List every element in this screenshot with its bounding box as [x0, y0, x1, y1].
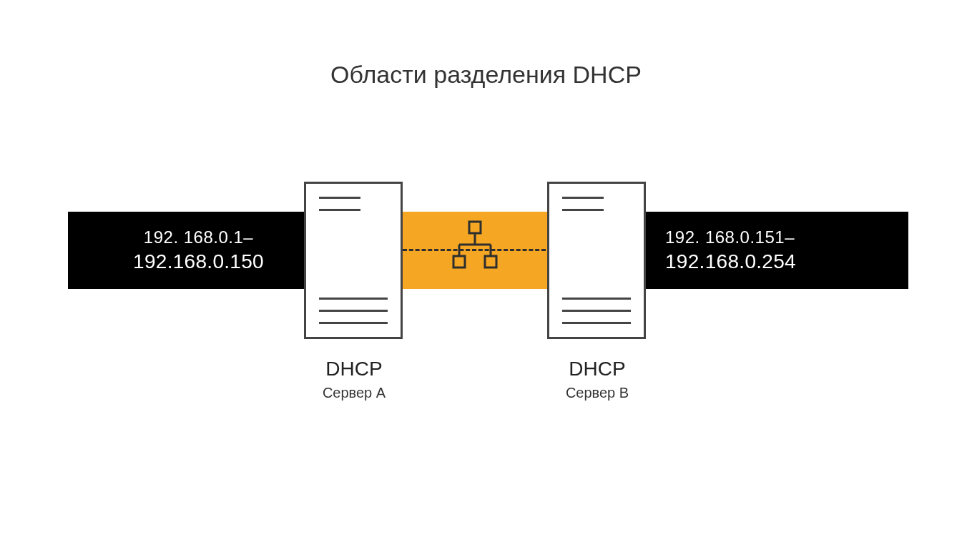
ip-range-right: 192. 168.0.151– 192.168.0.254	[644, 212, 908, 289]
server-b-label: DHCP Сервер B	[533, 358, 662, 401]
server-b-top-decor	[562, 197, 631, 211]
server-b-box	[547, 182, 646, 339]
server-a-top-decor	[319, 197, 388, 211]
decor-line	[319, 322, 388, 324]
decor-line	[562, 322, 631, 324]
decor-line	[319, 298, 388, 300]
decor-line	[562, 209, 604, 211]
diagram-canvas: Области разделения DHCP 192. 168.0.1– 19…	[0, 0, 972, 560]
server-a-name: DHCP	[290, 358, 418, 380]
server-b-name: DHCP	[533, 358, 662, 380]
decor-line	[562, 298, 631, 300]
server-b-subtitle: Сервер B	[533, 385, 662, 401]
server-a-box	[304, 182, 403, 339]
decor-line	[562, 310, 631, 312]
decor-line	[319, 197, 360, 199]
svg-rect-5	[453, 256, 465, 267]
ip-range-right-end: 192.168.0.254	[665, 250, 796, 274]
decor-line	[562, 197, 604, 199]
ip-range-left-start: 192. 168.0.1–	[144, 227, 253, 248]
svg-rect-0	[469, 222, 481, 233]
server-b-bottom-decor	[562, 298, 631, 324]
decor-line	[319, 209, 360, 211]
server-a-label: DHCP Сервер A	[290, 358, 418, 401]
diagram-title: Области разделения DHCP	[0, 61, 972, 89]
server-a-subtitle: Сервер A	[290, 385, 418, 401]
server-a-bottom-decor	[319, 298, 388, 324]
ip-range-left: 192. 168.0.1– 192.168.0.150	[68, 212, 304, 289]
ip-range-left-end: 192.168.0.150	[133, 250, 264, 274]
svg-rect-6	[485, 256, 496, 267]
network-hub-icon	[451, 220, 499, 273]
ip-range-right-start: 192. 168.0.151–	[665, 227, 795, 248]
decor-line	[319, 310, 388, 312]
